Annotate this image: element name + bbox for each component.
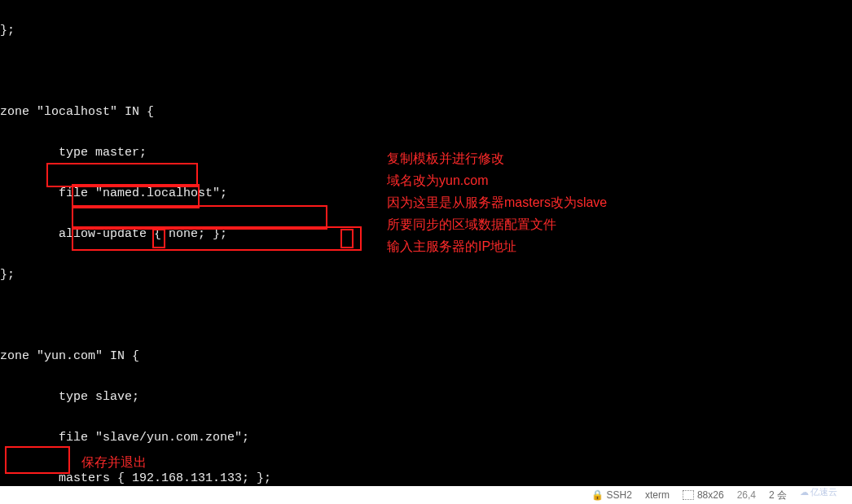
watermark-logo: ☁ 亿速云	[790, 481, 847, 502]
status-dimensions: 88x26	[683, 489, 724, 501]
code-line: type slave;	[0, 387, 852, 407]
status-protocol: 🔒 SSH2	[591, 489, 632, 501]
dimensions-icon	[683, 490, 694, 500]
cloud-icon: ☁	[800, 487, 809, 497]
annotation: 所要同步的区域数据配置文件	[387, 217, 556, 234]
annotation: 因为这里是从服务器masters改为slave	[387, 195, 607, 212]
status-cursor-pos: 26,4	[737, 489, 756, 501]
status-bar: 🔒 SSH2 xterm 88x26 26,4 2 会	[0, 486, 852, 504]
code-line: };	[0, 20, 852, 41]
code-line: };	[0, 265, 852, 285]
status-sessions: 2 会	[769, 489, 787, 502]
code-line: file "slave/yun.com.zone";	[0, 427, 852, 448]
code-line	[0, 305, 852, 326]
annotation: 域名改为yun.com	[387, 173, 488, 190]
lock-icon: 🔒	[591, 489, 604, 501]
code-line	[0, 61, 852, 81]
annotation: 复制模板并进行修改	[387, 151, 504, 168]
annotation: 输入主服务器的IP地址	[387, 239, 516, 256]
code-line: zone "yun.com" IN {	[0, 346, 852, 366]
status-term-type: xterm	[645, 489, 670, 501]
code-line: zone "localhost" IN {	[0, 102, 852, 122]
annotation: 保存并退出	[81, 454, 147, 471]
